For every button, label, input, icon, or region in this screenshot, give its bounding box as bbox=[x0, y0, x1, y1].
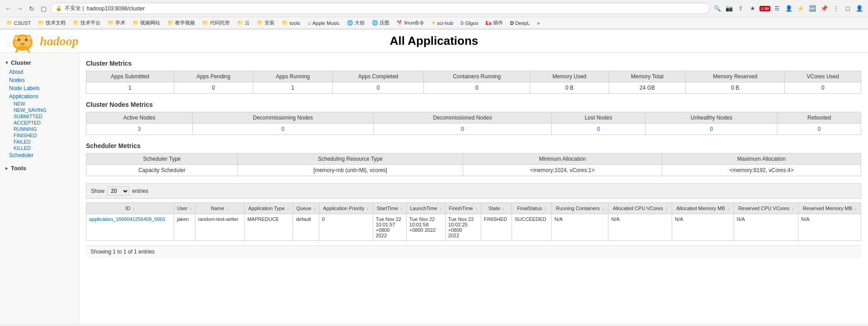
sidebar-item-accepted[interactable]: ACCEPTED bbox=[0, 120, 79, 126]
col-id[interactable]: ID ↕ bbox=[86, 203, 174, 214]
col-alloc-mem[interactable]: Allocated Memory MB ↕ bbox=[672, 203, 734, 214]
val-apps-completed: 0 bbox=[332, 82, 424, 94]
menu-icon[interactable]: ⋮ bbox=[831, 4, 841, 14]
bookmark-deepl[interactable]: D DeepL bbox=[508, 19, 532, 27]
col-state[interactable]: State ↕ bbox=[481, 203, 512, 214]
sidebar-item-node-labels[interactable]: Node Labels bbox=[0, 84, 79, 92]
sidebar-item-about[interactable]: About bbox=[0, 68, 79, 76]
bookmark-compress[interactable]: 🌐 压图 bbox=[369, 19, 392, 27]
folder-icon: 📁 bbox=[257, 20, 263, 26]
sort-icon: ↕ bbox=[287, 206, 289, 211]
col-running-containers[interactable]: Running Containers ↕ bbox=[551, 203, 608, 214]
val-apps-running: 1 bbox=[253, 82, 332, 94]
col-reserved-mem[interactable]: Reserved Memory MB ↕ bbox=[798, 203, 861, 214]
bookmark-label: 学术 bbox=[115, 19, 125, 26]
col-final-status[interactable]: FinalStatus ↕ bbox=[512, 203, 552, 214]
show-entries-row: Show 10 20 25 50 100 entries bbox=[86, 183, 861, 199]
forward-button[interactable]: → bbox=[15, 4, 24, 13]
sort-icon: ↕ bbox=[727, 206, 730, 211]
web-icon: 🐕 bbox=[397, 20, 403, 26]
bookmark-academic[interactable]: 📁 学术 bbox=[105, 19, 128, 27]
bookmark-label: 压图 bbox=[379, 19, 389, 26]
decommissioning-nodes-link[interactable]: 0 bbox=[281, 126, 285, 132]
folder-icon: 📁 bbox=[202, 20, 209, 26]
address-bar[interactable]: 🔒 不安全 | hadoop103:8088/cluster bbox=[51, 3, 710, 14]
show-label: Show bbox=[91, 188, 104, 194]
bookmark-linux-cmd[interactable]: 🐕 linux命令 bbox=[394, 19, 427, 27]
col-name[interactable]: Name ↕ bbox=[195, 203, 244, 214]
col-maximum-allocation: Maximum Allocation bbox=[662, 153, 861, 165]
rebooted-nodes-link[interactable]: 0 bbox=[818, 126, 821, 132]
share-icon[interactable]: ⇧ bbox=[736, 4, 746, 14]
bookmark-star-icon[interactable]: ★ bbox=[748, 4, 758, 14]
col-user[interactable]: User ↕ bbox=[174, 203, 195, 214]
bookmark-sci-hub[interactable]: ✶ sci-hub bbox=[429, 19, 455, 27]
bookmark-glgoo[interactable]: S Glgoo bbox=[458, 19, 481, 27]
app-id-link[interactable]: application_1669041256409_0001 bbox=[89, 216, 166, 222]
bookmark-more[interactable]: » bbox=[534, 19, 542, 27]
sidebar-item-new-saving[interactable]: NEW_SAVING bbox=[0, 107, 79, 113]
sidebar-item-nodes[interactable]: Nodes bbox=[0, 76, 79, 84]
decommissioned-nodes-link[interactable]: 0 bbox=[461, 126, 464, 132]
col-memory-used: Memory Used bbox=[530, 71, 609, 82]
sidebar-cluster-section: ▼ Cluster About Nodes Node Labels Applic… bbox=[0, 58, 79, 159]
sidebar-item-killed[interactable]: KILLED bbox=[0, 145, 79, 151]
zoom-icon[interactable]: 🔍 bbox=[712, 4, 722, 14]
bookmark-plugin[interactable]: Ex 插件 bbox=[483, 19, 506, 27]
extension-icon[interactable]: ⚡ bbox=[796, 4, 806, 14]
back-button[interactable]: ← bbox=[4, 4, 13, 13]
lost-nodes-link[interactable]: 0 bbox=[597, 126, 600, 132]
screenshot-icon[interactable]: 📷 bbox=[724, 4, 734, 14]
applications-table: ID ↕ User ↕ Name ↕ Application Type ↕ Qu… bbox=[86, 202, 861, 241]
window-icon[interactable]: ◻ bbox=[843, 4, 853, 14]
col-finish-time[interactable]: FinishTime ↕ bbox=[445, 203, 481, 214]
sidebar-cluster-header[interactable]: ▼ Cluster bbox=[0, 58, 79, 68]
bookmark-label: CSUST bbox=[14, 20, 31, 26]
bookmark-label: tools bbox=[289, 20, 300, 26]
col-application-type[interactable]: Application Type ↕ bbox=[244, 203, 293, 214]
sidebar-item-new[interactable]: NEW bbox=[0, 101, 79, 107]
col-scheduling-resource-type: Scheduling Resource Type bbox=[237, 153, 463, 165]
col-start-time[interactable]: StartTime ↕ bbox=[373, 203, 406, 214]
bookmark-tech-docs[interactable]: 📁 技术文档 bbox=[35, 19, 68, 27]
bookmark-cloud[interactable]: 📁 云 bbox=[234, 19, 252, 27]
col-alloc-cpu[interactable]: Allocated CPU VCores ↕ bbox=[608, 203, 672, 214]
notifications-icon[interactable]: 🆕 bbox=[807, 4, 817, 14]
active-nodes-link[interactable]: 3 bbox=[138, 126, 141, 132]
avatar-icon[interactable]: 👤 bbox=[854, 4, 864, 14]
bookmark-csust[interactable]: 📁 CSUST bbox=[4, 19, 33, 27]
bookmark-video-sites[interactable]: 📁 视频网站 bbox=[130, 19, 163, 27]
pin-icon[interactable]: 📌 bbox=[819, 4, 829, 14]
sidebar-tools-header[interactable]: ► Tools bbox=[0, 163, 79, 173]
col-launch-time[interactable]: LaunchTime ↕ bbox=[406, 203, 445, 214]
sidebar-item-failed[interactable]: FAILED bbox=[0, 139, 79, 145]
home-button[interactable]: ▢ bbox=[39, 4, 48, 13]
val-rebooted-nodes: 0 bbox=[778, 124, 861, 135]
sidebar-item-running[interactable]: RUNNING bbox=[0, 126, 79, 132]
profile-icon[interactable]: 👤 bbox=[784, 4, 794, 14]
col-application-priority[interactable]: Application Priority ↕ bbox=[319, 203, 373, 214]
cell-alloc-mem: N/A bbox=[672, 214, 734, 241]
reload-button[interactable]: ↻ bbox=[27, 4, 36, 13]
bookmark-teaching-video[interactable]: 📁 教学视频 bbox=[165, 19, 198, 27]
bookmark-tech-platform[interactable]: 📁 技术平台 bbox=[70, 19, 103, 27]
col-queue[interactable]: Queue ↕ bbox=[293, 203, 319, 214]
entries-select[interactable]: 10 20 25 50 100 bbox=[107, 187, 129, 196]
val-memory-reserved: 0 B bbox=[686, 82, 785, 94]
sidebar-item-finished[interactable]: FINISHED bbox=[0, 132, 79, 139]
bookmark-install[interactable]: 📁 安装 bbox=[254, 19, 277, 27]
sidebar-item-applications[interactable]: Applications bbox=[0, 92, 79, 101]
bookmark-code-hosting[interactable]: 📁 代码托管 bbox=[199, 19, 232, 27]
bookmark-label: linux命令 bbox=[404, 19, 425, 26]
tools-label: Tools bbox=[11, 165, 26, 172]
col-reserved-cpu[interactable]: Reserved CPU VCores ↕ bbox=[734, 203, 798, 214]
sidebar-item-scheduler[interactable]: Scheduler bbox=[0, 151, 79, 159]
unhealthy-nodes-link[interactable]: 0 bbox=[710, 126, 713, 132]
bookmark-dachuang[interactable]: 🌐 大创 bbox=[344, 19, 367, 27]
bookmark-tools[interactable]: 📁 tools bbox=[279, 19, 303, 27]
reader-icon[interactable]: ☰ bbox=[772, 4, 782, 14]
bookmark-apple-music[interactable]: ♫ Apple Music bbox=[305, 19, 342, 27]
sidebar-item-submitted[interactable]: SUBMITTED bbox=[0, 113, 79, 120]
cell-app-type: MAPREDUCE bbox=[244, 214, 293, 241]
col-minimum-allocation: Minimum Allocation bbox=[463, 153, 662, 165]
